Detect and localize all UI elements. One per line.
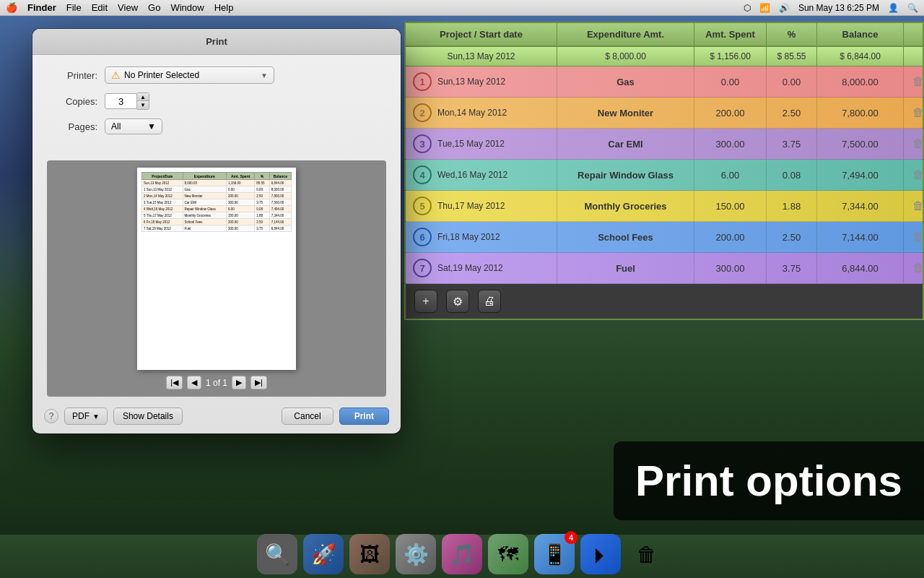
spreadsheet-toolbar: + ⚙ 🖨 xyxy=(404,284,924,320)
copies-input-group: ▲ ▼ xyxy=(105,92,149,110)
finder-menu[interactable]: Finder xyxy=(27,2,56,13)
col-header-percent: % xyxy=(767,23,817,46)
delete-row-button[interactable]: 🗑 xyxy=(904,98,924,128)
summary-balance: $ 6,844.00 xyxy=(817,47,904,66)
row-date: Sat,19 May 2012 xyxy=(437,263,503,273)
printer-select[interactable]: ⚠ No Printer Selected ▼ xyxy=(105,66,274,84)
print-dialog-title: Print xyxy=(32,29,401,55)
dock-maps[interactable]: 🗺 xyxy=(488,534,528,574)
pdf-chevron-icon: ▼ xyxy=(92,413,100,420)
copies-stepper: ▲ ▼ xyxy=(137,92,149,110)
delete-row-button[interactable]: 🗑 xyxy=(904,253,924,283)
pages-label: Pages: xyxy=(47,121,97,132)
row-amt-spent: 200.00 xyxy=(694,222,767,252)
menubar: 🍎 Finder File Edit View Go Window Help ⬡… xyxy=(0,0,924,16)
summary-amt-spent: $ 1,156.00 xyxy=(694,47,767,66)
table-row: 1 Sun,13 May 2012 Gas 0.00 0.00 8,000.00… xyxy=(404,66,924,98)
table-row: 2 Mon,14 May 2012 New Moniter 200.00 2.5… xyxy=(404,98,924,129)
row-balance: 7,494.00 xyxy=(817,160,904,190)
next-page-button[interactable]: ▶ xyxy=(232,376,246,389)
dock-itunes[interactable]: 🎵 xyxy=(442,534,482,574)
delete-row-button[interactable]: 🗑 xyxy=(904,129,924,159)
row-number-circle: 6 xyxy=(413,228,432,246)
first-page-button[interactable]: |◀ xyxy=(166,376,183,389)
row-percent: 3.75 xyxy=(767,129,817,159)
row-number-cell-6: 7 Sat,19 May 2012 xyxy=(406,253,557,283)
volume-icon: 🔊 xyxy=(779,3,790,13)
copies-decrement[interactable]: ▼ xyxy=(137,101,149,109)
copies-increment[interactable]: ▲ xyxy=(137,93,149,101)
copies-field[interactable] xyxy=(105,93,137,109)
row-description: New Moniter xyxy=(557,98,694,128)
dock-finder[interactable]: 🔍 xyxy=(257,534,297,574)
dock: 🔍 🚀 🖼 ⚙️ 🎵 🗺 📱 4 ⏵ 🗑 xyxy=(0,524,924,578)
dock-system-prefs[interactable]: ⚙️ xyxy=(396,534,436,574)
delete-row-button[interactable]: 🗑 xyxy=(904,66,924,97)
add-row-button[interactable]: + xyxy=(414,290,437,313)
last-page-button[interactable]: ▶| xyxy=(250,376,267,389)
row-balance: 7,800.00 xyxy=(817,98,904,128)
view-menu[interactable]: View xyxy=(118,2,138,13)
dock-launchpad[interactable]: 🚀 xyxy=(303,534,344,574)
dock-photos[interactable]: 🖼 xyxy=(349,534,390,574)
pages-value: All xyxy=(111,121,121,131)
show-details-button[interactable]: Show Details xyxy=(113,407,183,425)
pages-select[interactable]: All ▼ xyxy=(105,118,162,134)
row-balance: 7,500.00 xyxy=(817,129,904,159)
row-description: Repair Window Glass xyxy=(557,160,694,190)
preview-paper: Project/DateExpenditureAmt. Spent%Balanc… xyxy=(137,168,296,370)
apple-menu[interactable]: 🍎 xyxy=(6,2,17,13)
row-date: Wed,16 May 2012 xyxy=(437,170,507,180)
preview-area: Project/DateExpenditureAmt. Spent%Balanc… xyxy=(47,160,386,397)
row-date: Thu,17 May 2012 xyxy=(437,201,505,211)
pages-chevron-icon: ▼ xyxy=(147,121,156,131)
row-number-circle: 1 xyxy=(413,72,432,91)
row-description: Car EMI xyxy=(557,129,694,159)
col-header-project: Project / Start date xyxy=(406,23,557,46)
row-description: Monthly Groceries xyxy=(557,191,694,221)
summary-expenditure: $ 8,000.00 xyxy=(557,47,694,66)
pages-row: Pages: All ▼ xyxy=(47,118,386,134)
printer-row: Printer: ⚠ No Printer Selected ▼ xyxy=(47,66,386,84)
pdf-button[interactable]: PDF ▼ xyxy=(64,407,108,425)
row-amt-spent: 200.00 xyxy=(694,98,767,128)
row-percent: 3.75 xyxy=(767,253,817,283)
settings-button[interactable]: ⚙ xyxy=(446,290,469,313)
window-menu[interactable]: Window xyxy=(170,2,204,13)
page-info: 1 of 1 xyxy=(206,378,227,388)
help-menu[interactable]: Help xyxy=(214,2,234,13)
prev-page-button[interactable]: ◀ xyxy=(187,376,201,389)
search-icon[interactable]: 🔍 xyxy=(907,3,918,13)
row-balance: 7,144.00 xyxy=(817,222,904,252)
printer-value: No Printer Selected xyxy=(124,70,199,80)
row-number-cell-2: 3 Tue,15 May 2012 xyxy=(406,129,557,159)
cancel-button[interactable]: Cancel xyxy=(282,407,333,425)
dock-trash[interactable]: 🗑 xyxy=(627,534,667,574)
row-number-cell-3: 4 Wed,16 May 2012 xyxy=(406,160,557,190)
row-percent: 2.50 xyxy=(767,222,817,252)
row-description: School Fees xyxy=(557,222,694,252)
print-dialog: Print Printer: ⚠ No Printer Selected ▼ C… xyxy=(32,29,401,434)
dialog-footer: ? PDF ▼ Show Details Cancel Print xyxy=(32,407,401,425)
print-submit-button[interactable]: Print xyxy=(339,407,389,425)
delete-row-button[interactable]: 🗑 xyxy=(904,160,924,190)
col-header-actions xyxy=(904,23,924,46)
printer-label: Printer: xyxy=(47,70,97,81)
print-button[interactable]: 🖨 xyxy=(478,290,501,313)
summary-actions xyxy=(904,47,924,66)
chevron-down-icon: ▼ xyxy=(261,72,268,79)
table-row: 7 Sat,19 May 2012 Fuel 300.00 3.75 6,844… xyxy=(404,253,924,284)
edit-menu[interactable]: Edit xyxy=(92,2,108,13)
col-header-amt-spent: Amt. Spent xyxy=(694,23,767,46)
help-button[interactable]: ? xyxy=(44,409,58,423)
row-percent: 1.88 xyxy=(767,191,817,221)
file-menu[interactable]: File xyxy=(66,2,82,13)
row-balance: 6,844.00 xyxy=(817,253,904,283)
go-menu[interactable]: Go xyxy=(148,2,160,13)
dock-quicktime[interactable]: ⏵ xyxy=(580,534,621,574)
row-number-circle: 3 xyxy=(413,134,432,153)
row-balance: 7,344.00 xyxy=(817,191,904,221)
dock-app-store[interactable]: 📱 4 xyxy=(534,534,575,574)
delete-row-button[interactable]: 🗑 xyxy=(904,222,924,252)
delete-row-button[interactable]: 🗑 xyxy=(904,191,924,221)
